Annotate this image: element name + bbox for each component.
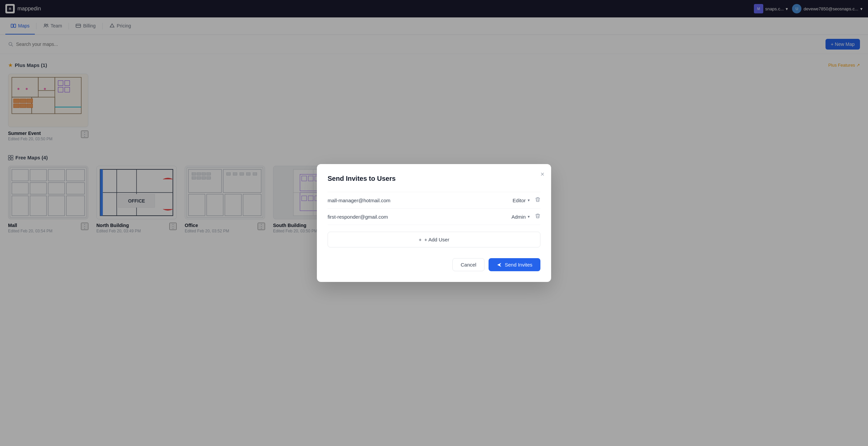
modal-close-button[interactable]: × — [540, 171, 545, 177]
modal-overlay[interactable]: Send Invites to Users × mall-manager@hot… — [0, 0, 868, 446]
add-user-button[interactable]: + + Add User — [328, 232, 540, 247]
cancel-button[interactable]: Cancel — [453, 258, 485, 271]
user-email-2: first-responder@gmail.com — [328, 214, 388, 220]
user-row-2-actions: Admin ▾ — [511, 213, 540, 220]
modal-title: Send Invites to Users — [328, 175, 540, 182]
user-email-1: mall-manager@hotmail.com — [328, 198, 391, 203]
user-row-1: mall-manager@hotmail.com Editor ▾ — [328, 192, 540, 209]
user-role-selector-2[interactable]: Admin ▾ — [511, 214, 530, 220]
send-invites-button[interactable]: Send Invites — [489, 258, 540, 271]
trash-icon-1 — [535, 197, 540, 202]
chevron-down-1: ▾ — [528, 198, 530, 203]
delete-user-2-button[interactable] — [535, 213, 540, 220]
trash-icon-2 — [535, 213, 540, 219]
user-role-2: Admin — [511, 214, 526, 220]
chevron-down-2: ▾ — [528, 214, 530, 219]
user-row-1-actions: Editor ▾ — [513, 197, 540, 204]
delete-user-1-button[interactable] — [535, 197, 540, 204]
add-user-label: + Add User — [424, 237, 450, 242]
user-role-selector-1[interactable]: Editor ▾ — [513, 198, 530, 203]
send-icon — [497, 262, 502, 268]
send-invites-modal: Send Invites to Users × mall-manager@hot… — [317, 164, 551, 282]
modal-footer: Cancel Send Invites — [328, 258, 540, 271]
user-role-1: Editor — [513, 198, 526, 203]
add-user-plus: + — [418, 237, 422, 242]
send-label: Send Invites — [505, 262, 532, 268]
user-row-2: first-responder@gmail.com Admin ▾ — [328, 209, 540, 225]
